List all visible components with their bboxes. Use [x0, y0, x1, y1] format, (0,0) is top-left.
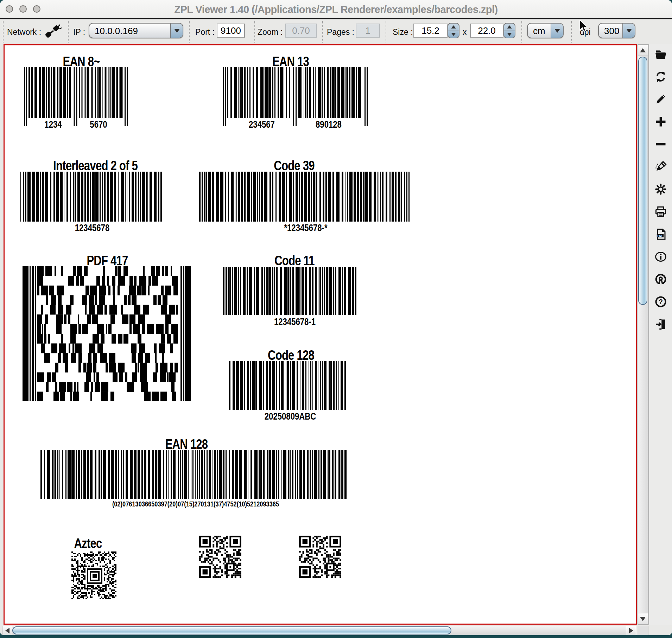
export-pdf-icon: PDF [654, 228, 667, 241]
zoom-out-button[interactable] [654, 137, 668, 151]
horizontal-scrollbar[interactable] [2, 626, 636, 635]
arrow-down-icon [640, 617, 646, 621]
svg-text:PDF: PDF [657, 234, 663, 237]
unit-value: cm [533, 26, 545, 37]
arrow-up-icon [640, 48, 646, 52]
port-input[interactable] [217, 24, 245, 38]
code39-value-text: *12345678-* [284, 223, 327, 234]
ip-select[interactable]: 10.0.0.169 [89, 23, 183, 38]
ean128-value-text: (02)07613036650397(20)07(15)270131(37)47… [112, 500, 279, 508]
step-down-icon[interactable] [448, 31, 459, 38]
toolbar-separator [68, 21, 69, 43]
open-file-icon [654, 48, 667, 60]
horizontal-scroll-thumb[interactable] [12, 626, 451, 634]
print-icon [654, 205, 667, 218]
clear-icon [654, 160, 667, 173]
scrollbar-corner [637, 626, 648, 635]
exit-button[interactable] [654, 317, 668, 331]
window-title: ZPL Viewer 1.40 (/Applications/ZPL Rende… [0, 4, 672, 15]
refresh-icon [654, 70, 667, 83]
scroll-up-button[interactable] [638, 45, 648, 56]
size-width-input[interactable] [413, 24, 448, 38]
code11-title: Code 11 [274, 253, 315, 268]
dpi-value: 300 [604, 26, 619, 37]
toolbar: Network : IP : 10.0.0.169 Port : Zoom : … [0, 19, 672, 44]
barcode-code11 [223, 267, 358, 315]
barcode-code39 [199, 172, 410, 222]
toolbar-separator [3, 21, 4, 43]
interleaved2of5-title: Interleaved 2 of 5 [53, 158, 138, 173]
zoom-input [285, 24, 317, 38]
scroll-down-button[interactable] [638, 613, 648, 624]
toolbar-separator [254, 21, 255, 43]
titlebar: ZPL Viewer 1.40 (/Applications/ZPL Rende… [0, 0, 672, 19]
toolbar-separator [322, 21, 323, 43]
exit-icon [654, 318, 667, 331]
export-pdf-button[interactable]: PDF [654, 227, 668, 241]
vertical-scroll-thumb[interactable] [638, 57, 647, 305]
zoom-label: Zoom : [258, 27, 283, 37]
print-button[interactable] [654, 205, 668, 219]
toolbar-separator [189, 21, 190, 43]
step-up-icon[interactable] [504, 24, 515, 31]
refresh-button[interactable] [654, 70, 668, 84]
network-label: Network : [7, 27, 41, 37]
open-source-button[interactable] [654, 272, 668, 286]
edit-icon [654, 93, 667, 106]
barcode-aztec [71, 551, 116, 599]
size-label: Size : [393, 27, 413, 37]
toolbar-separator [571, 21, 572, 43]
code11-value-text: 12345678-1 [274, 317, 316, 327]
chevron-down-icon [170, 24, 183, 38]
arrow-right-icon [629, 628, 633, 633]
zoom-in-icon [654, 115, 667, 128]
edit-button[interactable] [654, 92, 668, 106]
barcode-interleaved2of5 [20, 172, 164, 222]
chevron-down-icon [551, 24, 563, 38]
clear-button[interactable] [654, 160, 668, 174]
interleaved2of5-value-text: 12345678 [75, 223, 110, 234]
barcode-pdf417 [23, 266, 191, 401]
barcode-qr1 [199, 536, 241, 578]
unit-select[interactable]: cm [527, 23, 564, 38]
open-source-icon [654, 273, 667, 286]
zoom-out-icon [654, 138, 667, 151]
size-width-stepper[interactable] [448, 23, 459, 38]
preview-canvas: EAN 8~12345670EAN 13234567890128Interlea… [4, 44, 637, 625]
toolbar-separator [386, 21, 386, 43]
dpi-select[interactable]: 300 [598, 23, 635, 38]
size-height-stepper[interactable] [503, 23, 515, 38]
arrow-left-icon [5, 628, 9, 633]
code39-title: Code 39 [274, 158, 314, 173]
ip-label: IP : [73, 27, 85, 37]
size-height-input[interactable] [470, 24, 503, 38]
toolbar-separator [521, 21, 522, 43]
sidebar-toolbar: PDF? [648, 44, 672, 625]
help-icon: ? [654, 295, 667, 308]
open-file-button[interactable] [654, 47, 668, 61]
zoom-in-button[interactable] [654, 115, 668, 129]
pages-input [356, 24, 380, 38]
network-plug-icon[interactable] [44, 24, 62, 40]
mouse-cursor [579, 20, 589, 33]
barcode-ean13 [223, 67, 368, 126]
settings-button[interactable] [654, 182, 668, 196]
help-button[interactable]: ? [654, 295, 668, 309]
step-up-icon[interactable] [448, 24, 459, 31]
scroll-right-button[interactable] [626, 626, 636, 635]
settings-icon [654, 183, 667, 196]
app-window: ZPL Viewer 1.40 (/Applications/ZPL Rende… [0, 0, 672, 635]
barcode-qr2 [299, 536, 341, 578]
pages-label: Pages : [327, 27, 354, 37]
barcode-ean128 [40, 450, 347, 499]
ip-value: 10.0.0.169 [95, 26, 138, 37]
barcode-ean8 [24, 67, 128, 126]
step-down-icon[interactable] [504, 31, 515, 38]
scroll-left-button[interactable] [2, 626, 12, 635]
vertical-scrollbar[interactable] [638, 44, 648, 625]
info-button[interactable] [654, 250, 668, 264]
info-icon [654, 250, 667, 263]
size-separator-label: x [463, 27, 467, 37]
svg-text:?: ? [659, 298, 663, 306]
chevron-down-icon [622, 24, 635, 38]
